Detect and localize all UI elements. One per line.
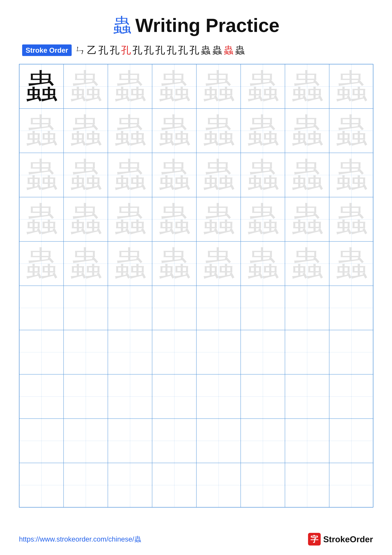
- grid-cell-r2c3[interactable]: 蟲: [108, 109, 152, 153]
- grid-cell-r1c1[interactable]: 蟲: [19, 64, 64, 109]
- grid-cell-r10c5[interactable]: [196, 463, 241, 507]
- practice-char: 蟲: [202, 114, 235, 147]
- grid-cell-r8c6[interactable]: [241, 374, 285, 419]
- grid-cell-r1c7[interactable]: 蟲: [285, 64, 329, 109]
- grid-cell-r6c7[interactable]: [285, 286, 329, 330]
- grid-cell-r3c7[interactable]: 蟲: [285, 153, 329, 197]
- practice-char: 蟲: [25, 114, 58, 147]
- grid-cell-r1c5[interactable]: 蟲: [196, 64, 241, 109]
- stroke-char-9: 孔: [178, 44, 188, 56]
- grid-cell-r6c2[interactable]: [64, 286, 108, 330]
- grid-cell-r4c7[interactable]: 蟲: [285, 197, 329, 241]
- grid-cell-r3c6[interactable]: 蟲: [241, 153, 285, 197]
- grid-cell-r8c3[interactable]: [108, 374, 152, 419]
- grid-cell-r10c4[interactable]: [152, 463, 196, 507]
- grid-cell-r9c3[interactable]: [108, 419, 152, 463]
- grid-cell-r4c3[interactable]: 蟲: [108, 197, 152, 241]
- grid-cell-r1c8[interactable]: 蟲: [329, 64, 373, 109]
- grid-cell-r6c8[interactable]: [329, 286, 373, 330]
- practice-char: 蟲: [291, 247, 324, 280]
- grid-cell-r6c1[interactable]: [19, 286, 64, 330]
- page-title: Writing Practice: [135, 16, 279, 35]
- grid-cell-r7c5[interactable]: [196, 330, 241, 374]
- grid-cell-r4c6[interactable]: 蟲: [241, 197, 285, 241]
- grid-cell-r10c6[interactable]: [241, 463, 285, 507]
- grid-cell-r9c1[interactable]: [19, 419, 64, 463]
- grid-cell-r10c2[interactable]: [64, 463, 108, 507]
- grid-cell-r9c8[interactable]: [329, 419, 373, 463]
- grid-cell-r7c4[interactable]: [152, 330, 196, 374]
- grid-cell-r9c6[interactable]: [241, 419, 285, 463]
- practice-char: 蟲: [25, 203, 58, 236]
- grid-cell-r4c2[interactable]: 蟲: [64, 197, 108, 241]
- grid-cell-r2c8[interactable]: 蟲: [329, 109, 373, 153]
- grid-cell-r8c2[interactable]: [64, 374, 108, 419]
- grid-cell-r2c7[interactable]: 蟲: [285, 109, 329, 153]
- stroke-char-14: 蟲: [234, 44, 245, 56]
- grid-cell-r6c6[interactable]: [241, 286, 285, 330]
- grid-cell-r8c8[interactable]: [329, 374, 373, 419]
- grid-cell-r3c2[interactable]: 蟲: [64, 153, 108, 197]
- grid-cell-r7c3[interactable]: [108, 330, 152, 374]
- grid-cell-r5c4[interactable]: 蟲: [152, 241, 196, 286]
- grid-cell-r7c7[interactable]: [285, 330, 329, 374]
- grid-cell-r10c7[interactable]: [285, 463, 329, 507]
- grid-cell-r10c8[interactable]: [329, 463, 373, 507]
- practice-char: 蟲: [246, 70, 279, 103]
- grid-cell-r5c1[interactable]: 蟲: [19, 241, 64, 286]
- grid-cell-r8c7[interactable]: [285, 374, 329, 419]
- grid-cell-r5c7[interactable]: 蟲: [285, 241, 329, 286]
- grid-cell-r7c2[interactable]: [64, 330, 108, 374]
- grid-cell-r5c2[interactable]: 蟲: [64, 241, 108, 286]
- grid-cell-r8c1[interactable]: [19, 374, 64, 419]
- stroke-order-chars: ㄣ乙孔孔孔孔孔孔孔孔孔蟲蟲蟲蟲: [75, 44, 245, 56]
- grid-cell-r2c6[interactable]: 蟲: [241, 109, 285, 153]
- footer-logo: 字 StrokeOrder: [308, 533, 373, 546]
- grid-cell-r1c4[interactable]: 蟲: [152, 64, 196, 109]
- grid-cell-r2c2[interactable]: 蟲: [64, 109, 108, 153]
- grid-cell-r3c3[interactable]: 蟲: [108, 153, 152, 197]
- grid-cell-r3c8[interactable]: 蟲: [329, 153, 373, 197]
- grid-cell-r5c6[interactable]: 蟲: [241, 241, 285, 286]
- grid-cell-r3c5[interactable]: 蟲: [196, 153, 241, 197]
- grid-cell-r9c5[interactable]: [196, 419, 241, 463]
- grid-cell-r3c4[interactable]: 蟲: [152, 153, 196, 197]
- grid-cell-r8c5[interactable]: [196, 374, 241, 419]
- grid-cell-r7c1[interactable]: [19, 330, 64, 374]
- stroke-char-1: 乙: [86, 44, 97, 56]
- grid-cell-r2c4[interactable]: 蟲: [152, 109, 196, 153]
- grid-cell-r1c2[interactable]: 蟲: [64, 64, 108, 109]
- grid-cell-r4c4[interactable]: 蟲: [152, 197, 196, 241]
- grid-cell-r4c5[interactable]: 蟲: [196, 197, 241, 241]
- grid-cell-r5c5[interactable]: 蟲: [196, 241, 241, 286]
- grid-cell-r5c8[interactable]: 蟲: [329, 241, 373, 286]
- grid-cell-r6c3[interactable]: [108, 286, 152, 330]
- grid-cell-r10c3[interactable]: [108, 463, 152, 507]
- grid-cell-r1c3[interactable]: 蟲: [108, 64, 152, 109]
- title-character: 蟲: [113, 16, 132, 35]
- grid-cell-r10c1[interactable]: [19, 463, 64, 507]
- grid-cell-r9c2[interactable]: [64, 419, 108, 463]
- grid-cell-r5c3[interactable]: 蟲: [108, 241, 152, 286]
- grid-cell-r6c5[interactable]: [196, 286, 241, 330]
- grid-cell-r4c1[interactable]: 蟲: [19, 197, 64, 241]
- grid-cell-r2c1[interactable]: 蟲: [19, 109, 64, 153]
- grid-cell-r7c6[interactable]: [241, 330, 285, 374]
- grid-cell-r9c7[interactable]: [285, 419, 329, 463]
- grid-cell-r3c1[interactable]: 蟲: [19, 153, 64, 197]
- practice-char: 蟲: [291, 203, 324, 236]
- stroke-char-2: 孔: [98, 44, 109, 56]
- grid-cell-r7c8[interactable]: [329, 330, 373, 374]
- practice-char: 蟲: [335, 114, 368, 147]
- grid-cell-r4c8[interactable]: 蟲: [329, 197, 373, 241]
- grid-cell-r8c4[interactable]: [152, 374, 196, 419]
- stroke-char-11: 蟲: [200, 44, 211, 56]
- grid-cell-r6c4[interactable]: [152, 286, 196, 330]
- practice-char: 蟲: [69, 247, 102, 280]
- grid-cell-r1c6[interactable]: 蟲: [241, 64, 285, 109]
- grid-cell-r2c5[interactable]: 蟲: [196, 109, 241, 153]
- reference-char: 蟲: [25, 70, 58, 103]
- stroke-char-10: 孔: [189, 44, 200, 56]
- grid-cell-r9c4[interactable]: [152, 419, 196, 463]
- footer-url[interactable]: https://www.strokeorder.com/chinese/蟲: [19, 535, 141, 544]
